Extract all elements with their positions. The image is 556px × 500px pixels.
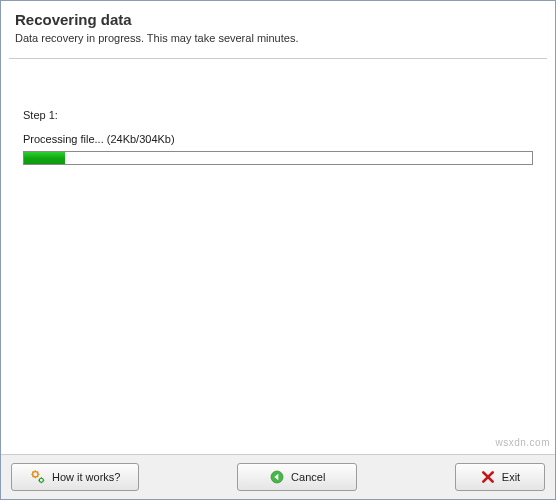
- svg-line-7: [33, 476, 34, 477]
- svg-line-8: [37, 472, 38, 473]
- dialog-header: Recovering data Data recovery in progres…: [1, 1, 555, 54]
- button-bar: How it works? Cancel Exit: [1, 454, 555, 499]
- dialog-subtitle: Data recovery in progress. This may take…: [15, 32, 541, 44]
- recovery-dialog: Recovering data Data recovery in progres…: [0, 0, 556, 500]
- cancel-label: Cancel: [291, 471, 325, 483]
- step-label: Step 1:: [23, 109, 533, 121]
- back-arrow-icon: [269, 469, 285, 485]
- cancel-button[interactable]: Cancel: [237, 463, 357, 491]
- svg-line-5: [33, 472, 34, 473]
- how-it-works-button[interactable]: How it works?: [11, 463, 139, 491]
- progress-bar: [23, 151, 533, 165]
- svg-line-6: [37, 476, 38, 477]
- exit-label: Exit: [502, 471, 520, 483]
- svg-point-9: [39, 478, 43, 482]
- how-it-works-label: How it works?: [52, 471, 120, 483]
- processing-label: Processing file... (24Kb/304Kb): [23, 133, 533, 145]
- dialog-title: Recovering data: [15, 11, 541, 28]
- close-x-icon: [480, 469, 496, 485]
- exit-button[interactable]: Exit: [455, 463, 545, 491]
- dialog-content: Step 1: Processing file... (24Kb/304Kb): [1, 59, 555, 454]
- progress-fill: [24, 152, 65, 164]
- gears-icon: [30, 469, 46, 485]
